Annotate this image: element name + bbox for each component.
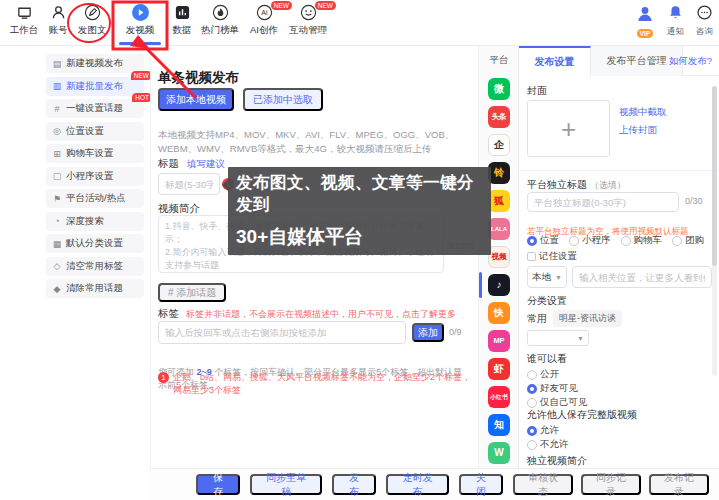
wechat-channels-icon[interactable]: 微 (488, 78, 510, 100)
nav-label: AI创作 (250, 24, 278, 37)
nav-interaction[interactable]: NEW 互动管理 (284, 3, 332, 37)
douyin-icon[interactable]: ♪ (488, 274, 510, 296)
toutiao-icon[interactable]: 头条 (488, 106, 510, 128)
location-search-input[interactable] (572, 266, 712, 288)
panel-tabs: 发布设置 发布平台管理 如何发布? (519, 46, 719, 76)
radio-visibility-public[interactable]: 公开 (527, 368, 559, 381)
pipixia-icon[interactable]: 虾 (488, 358, 510, 380)
plus-icon: + (561, 116, 576, 142)
independent-title-label: 平台独立标题 （选填） (527, 178, 626, 192)
cover-label: 封面 (527, 84, 547, 98)
radio-cart[interactable]: 购物车 (621, 234, 663, 247)
bell-platform-icon[interactable]: 铃 (488, 162, 510, 184)
sidebar-item-new-video-publish[interactable]: ▤新建视频发布 (46, 54, 144, 73)
sidebar-item-new-batch-publish[interactable]: NEW▥新建批量发布 (46, 77, 144, 96)
radio-dot (527, 370, 537, 380)
tooltip-arrow-left (222, 179, 228, 191)
pen-icon (83, 3, 102, 22)
sidebar-item-default-category[interactable]: ▦默认分类设置 (46, 234, 144, 253)
sidebar-item-clear-topics[interactable]: ◆清除常用话题 (46, 279, 144, 298)
grid-icon: ▦ (52, 239, 62, 249)
upload-cover-link[interactable]: 上传封面 (619, 124, 657, 137)
tag-platform-warning-row: 1 企鹅、b站、网易、搜狐、大风平台视频标签不能为空，企鹅至少2个标签，网易至少… (158, 371, 473, 397)
sohu-video-icon[interactable]: 视频 (488, 246, 510, 268)
radio-miniapp[interactable]: 小程序 (569, 234, 611, 247)
sidebar-item-clear-tags[interactable]: ◇清空常用标签 (46, 257, 144, 276)
sync-log-button[interactable]: 同步记录 (581, 474, 641, 495)
sidebar-item-one-key-topic[interactable]: HOT#一键设置话题 (46, 99, 144, 118)
publish-button[interactable]: 发布 (332, 474, 376, 495)
title-label: 标题 (158, 157, 179, 171)
cover-upload-box[interactable]: + (527, 100, 610, 157)
sidebar-item-platform-activity[interactable]: ⚑平台活动/热点 (46, 189, 144, 208)
app-window: 工作台 账号 发图文 发视频 数据 (0, 0, 719, 500)
flame-icon (211, 3, 230, 22)
notifications-button[interactable]: 通知 (667, 4, 684, 38)
zhihu-icon[interactable]: 知 (488, 414, 510, 436)
location-scope-select[interactable]: 本地▼ (527, 266, 567, 288)
how-to-publish-link[interactable]: 如何发布? (669, 55, 712, 68)
radio-save-allow[interactable]: 允许 (527, 424, 559, 437)
sidebar-item-miniapp-settings[interactable]: ▢小程序设置 (46, 167, 144, 186)
remember-settings-row: 记住设置 (527, 250, 577, 263)
close-button[interactable]: 关闭 (459, 474, 503, 495)
add-local-video-button[interactable]: 添加本地视频 (158, 88, 234, 111)
new-badge: NEW (131, 71, 152, 80)
category-settings-label: 分类设置 (527, 294, 567, 308)
remember-settings-checkbox[interactable]: 记住设置 (527, 250, 577, 263)
nav-post-video[interactable]: 发视频 (116, 3, 164, 37)
sidebar-item-cart-settings[interactable]: ⊞购物车设置 (46, 144, 144, 163)
batch-icon: ▥ (52, 81, 62, 91)
nav-label: 账号 (49, 24, 68, 37)
clock-icon: ◔ (52, 216, 62, 226)
xiaohongshu-icon[interactable]: 小红书 (488, 386, 510, 408)
description-label: 视频简介 (158, 202, 200, 216)
sohu-icon[interactable]: 狐 (488, 190, 510, 212)
kuaishou-icon[interactable]: 快 (488, 302, 510, 324)
category-select[interactable]: ▼ (527, 330, 589, 346)
save-button[interactable]: 保存 (196, 474, 240, 495)
publish-log-button[interactable]: 发布记录 (649, 474, 709, 495)
radio-dot (621, 236, 631, 246)
save-permission-label: 允许他人保存完整版视频 (527, 408, 637, 422)
top-navigation-bar: 工作台 账号 发图文 发视频 数据 (0, 0, 719, 46)
sidebar-item-location-settings[interactable]: ◎位置设置 (46, 122, 144, 141)
sidebar-item-deep-search[interactable]: ◔深度搜索 (46, 212, 144, 231)
tag-input[interactable] (158, 321, 406, 344)
single-video-publish-form: 单条视频发布 添加本地视频 已添加中选取 本地视频支持MP4、MOV、MKV、A… (150, 46, 478, 468)
user-avatar[interactable]: VIP (635, 4, 655, 38)
radio-location[interactable]: 位置 (527, 234, 559, 247)
qiehao-icon[interactable]: 企 (488, 134, 510, 156)
nav-ai-create[interactable]: NEW Ai AI创作 (240, 3, 288, 37)
pick-from-added-button[interactable]: 已添加中选取 (243, 88, 323, 111)
radio-groupbuy[interactable]: 团购 (672, 234, 704, 247)
title-input[interactable] (158, 173, 220, 195)
independent-title-input[interactable] (527, 192, 679, 212)
support-button[interactable]: 咨询 (696, 4, 713, 38)
scrollbar-thumb[interactable] (712, 86, 717, 266)
radio-save-deny[interactable]: 不允许 (527, 438, 569, 451)
add-topic-button[interactable]: # 添加话题 (158, 283, 226, 302)
tag-add-button[interactable]: 添加 (412, 323, 444, 342)
capture-from-video-link[interactable]: 视频中截取 (619, 106, 667, 119)
tag-label-row: 标签 标签并非话题，不会展示在视频描述中，用户不可见，点击了解更多 (158, 307, 456, 321)
radio-visibility-friends[interactable]: 好友可见 (527, 382, 578, 395)
tab-publish-settings[interactable]: 发布设置 (519, 46, 591, 76)
location-icon: ◎ (52, 126, 62, 136)
common-category-chip[interactable]: 明星-资讯访谈 (553, 310, 622, 327)
audit-status-button[interactable]: 审核状态 (513, 474, 573, 495)
meipai-icon[interactable]: MP (488, 330, 510, 352)
sync-to-draft-button[interactable]: 同步至草稿 (250, 474, 322, 495)
nav-post-article[interactable]: 发图文 (68, 3, 116, 37)
title-label-row: 标题 填写建议 (158, 157, 225, 171)
nav-label: 互动管理 (289, 24, 327, 37)
schedule-publish-button[interactable]: 定时发布 (386, 474, 449, 495)
title-suggestion-link[interactable]: 填写建议 (187, 158, 225, 171)
new-badge: NEW (315, 1, 336, 10)
tag-platform-warning: 企鹅、b站、网易、搜狐、大风平台视频标签不能为空，企鹅至少2个标签，网易至少3个… (173, 371, 473, 397)
nav-hot-list[interactable]: 热门榜单 (196, 3, 244, 37)
lala-platform-icon[interactable]: LALA (488, 218, 510, 240)
active-nav-indicator (119, 42, 161, 45)
chevron-down-icon: ▼ (577, 335, 584, 342)
weishi-icon[interactable]: W (488, 442, 510, 464)
